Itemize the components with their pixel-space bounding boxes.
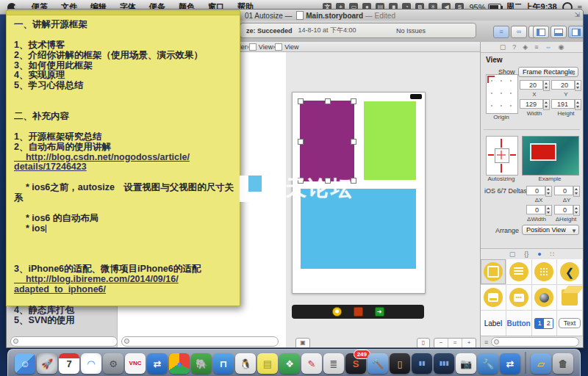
jump-bar-item-4[interactable]: View: [249, 43, 273, 51]
dock-icon-xcode[interactable]: 🔨: [368, 353, 388, 374]
library-control-label[interactable]: Label: [481, 311, 506, 336]
dock-icon-trash[interactable]: 🗑: [553, 353, 573, 374]
delta-height-stepper[interactable]: [573, 205, 580, 216]
zoom-out-button[interactable]: −: [434, 339, 448, 348]
media-library-icon[interactable]: ∷: [551, 250, 555, 258]
library-control-button[interactable]: Button: [506, 311, 532, 336]
library-item-object[interactable]: [557, 285, 583, 311]
dock-icon-downloads-folder[interactable]: ▱: [531, 353, 551, 374]
show-dropdown[interactable]: Frame Rectangle⇕: [518, 67, 578, 77]
delta-width-stepper[interactable]: [545, 205, 552, 216]
y-stepper[interactable]: [575, 80, 581, 91]
attributes-inspector-icon[interactable]: ≡: [534, 43, 538, 51]
quick-help-icon[interactable]: ?: [512, 43, 516, 51]
library-item-view-controller[interactable]: [481, 259, 506, 285]
window-resize-icon[interactable]: ⇲: [574, 11, 580, 18]
assistant-editor-button[interactable]: ∞: [511, 26, 527, 38]
dock-icon-airport-utility[interactable]: ◠: [81, 353, 101, 374]
navigator-filter-field[interactable]: [10, 336, 118, 347]
zoom-in-button[interactable]: +: [462, 339, 476, 348]
dock-icon-iphone-simulator[interactable]: ▯: [390, 353, 410, 374]
file-inspector-icon[interactable]: ▢: [500, 43, 506, 51]
outline-toggle-button[interactable]: ▣: [295, 338, 310, 348]
dock-icon-teamviewer-2[interactable]: ⇄: [500, 353, 520, 374]
origin-selector[interactable]: [486, 74, 518, 114]
dock-icon-notepad-app[interactable]: ≣: [323, 353, 344, 374]
dock-icon-chrome[interactable]: ●: [169, 353, 190, 374]
utilities-toggle-button[interactable]: [568, 26, 584, 38]
object-library-icon[interactable]: ●: [537, 250, 541, 258]
dock-icon-editor-app[interactable]: ✎: [301, 353, 322, 374]
exit-icon[interactable]: ➜: [375, 307, 384, 317]
navigator-toggle-button[interactable]: [533, 26, 549, 38]
purple-view-selected[interactable]: [300, 101, 354, 181]
identity-inspector-icon[interactable]: ◈: [523, 43, 528, 51]
standard-editor-button[interactable]: ≡: [493, 26, 509, 38]
x-stepper[interactable]: [543, 80, 550, 91]
dock-icon-vnc-viewer[interactable]: VNC: [125, 353, 146, 374]
inspector-selector-bar[interactable]: ▢?◈≡⇔◉: [481, 42, 583, 53]
note-link-line[interactable]: adapted_to_iphone6/: [14, 285, 234, 295]
dock-icon-calendar[interactable]: 7: [59, 353, 79, 374]
library-control-textfield[interactable]: Text: [557, 311, 583, 336]
sticky-note-text[interactable]: 一、讲解开源框架1、技术博客2、介绍你讲解的框架（使用场景、演示效果）3、如何使…: [7, 15, 240, 326]
width-stepper[interactable]: [543, 99, 550, 110]
delta-height-field[interactable]: 0: [554, 205, 573, 214]
dock-icon-dev-tool[interactable]: 🔧: [478, 353, 498, 374]
dock-icon-photos[interactable]: 📷: [456, 353, 476, 374]
debug-area-toggle-button[interactable]: [551, 26, 567, 38]
dock-icon-instruments[interactable]: ▮▮: [412, 353, 432, 374]
arrange-dropdown[interactable]: Position View▼: [522, 225, 579, 235]
height-field[interactable]: 191: [551, 99, 575, 109]
dock-icon-stickies[interactable]: ▤: [257, 353, 278, 374]
delta-x-field[interactable]: 0: [526, 186, 545, 195]
dock-icon-activity-tool[interactable]: ▮▮▮: [434, 353, 454, 374]
autosizing-control[interactable]: [486, 136, 518, 176]
delta-x-stepper[interactable]: [545, 186, 552, 197]
x-field[interactable]: 20: [520, 80, 543, 90]
list-view-icon[interactable]: ≡: [484, 339, 488, 346]
view-controller-icon[interactable]: [332, 307, 342, 317]
sticky-note-window[interactable]: 一、讲解开源框架1、技术博客2、介绍你讲解的框架（使用场景、演示效果）3、如何使…: [6, 10, 240, 306]
library-item-collection-view-controller[interactable]: [532, 259, 558, 285]
dock-icon-launchpad[interactable]: 🚀: [37, 353, 57, 374]
library-item-page-view-controller[interactable]: •••: [506, 285, 532, 311]
outline-filter-field[interactable]: [121, 336, 279, 347]
dock-icon-evernote[interactable]: 🐘: [191, 353, 212, 374]
note-link-line[interactable]: http://blog.csdn.net/nogodoss/article/: [14, 153, 234, 163]
dock-icon-keynote[interactable]: ⊓: [213, 353, 234, 374]
dock-icon-mind-map-app[interactable]: ❖: [279, 353, 300, 374]
connections-inspector-icon[interactable]: ◉: [558, 43, 564, 51]
width-field[interactable]: 129: [520, 99, 543, 109]
zoom-reset-button[interactable]: =: [448, 339, 462, 348]
page-view-controller-icon: •••: [509, 288, 528, 307]
library-item-glkit-view-controller[interactable]: [532, 285, 558, 311]
code-snippet-library-icon[interactable]: {}: [524, 250, 528, 258]
library-item-tab-bar-controller[interactable]: [481, 285, 506, 311]
note-link-line[interactable]: details/17246423: [14, 162, 234, 173]
library-item-table-view-controller[interactable]: [506, 259, 532, 285]
file-template-library-icon[interactable]: ▢: [509, 250, 516, 258]
library-selector-bar[interactable]: ▢{}●∷: [481, 248, 583, 260]
delta-width-field[interactable]: 0: [526, 205, 545, 214]
jump-bar-item-5[interactable]: View: [275, 43, 298, 51]
library-item-navigation-controller[interactable]: ❮: [557, 259, 583, 285]
delta-y-stepper[interactable]: [573, 186, 580, 197]
size-inspector-icon[interactable]: ⇔: [545, 43, 551, 51]
dock-icon-system-preferences[interactable]: ⚙: [103, 353, 123, 374]
library-search-field[interactable]: [491, 337, 579, 347]
device-config-button[interactable]: ▯: [417, 338, 430, 348]
note-link-line[interactable]: http://blog.ibireme.com/2014/09/16/: [14, 275, 234, 285]
dock-icon-app-with-badge[interactable]: S249: [345, 353, 366, 374]
first-responder-icon[interactable]: [354, 307, 363, 317]
height-stepper[interactable]: [575, 99, 581, 110]
dock-icon-finder[interactable]: ☺: [15, 353, 35, 374]
library-control-segmented[interactable]: 12: [532, 311, 558, 336]
zoom-controls[interactable]: − = +: [434, 338, 476, 348]
y-field[interactable]: 20: [551, 80, 575, 90]
activity-viewer: ze: Succeeded 14-8-10 at 下午4:00 No Issue…: [240, 23, 476, 38]
dock-icon-teamviewer[interactable]: ⇄: [147, 353, 168, 374]
green-view[interactable]: [364, 101, 416, 180]
dock-icon-qq[interactable]: 🐧: [235, 353, 256, 374]
delta-y-field[interactable]: 0: [554, 186, 573, 195]
